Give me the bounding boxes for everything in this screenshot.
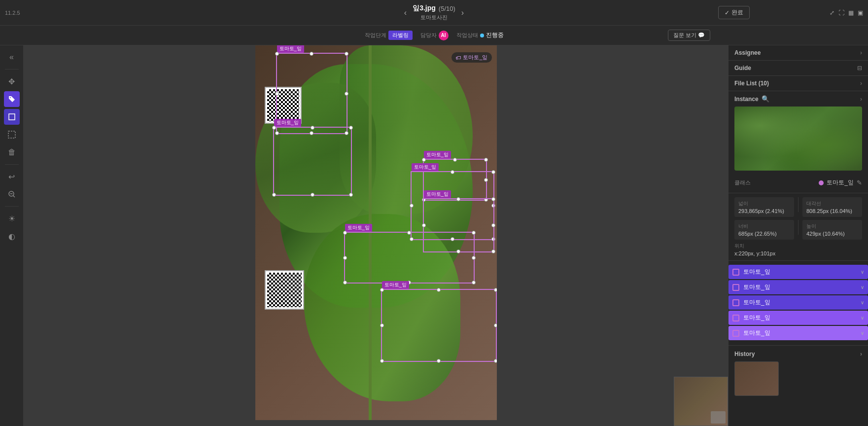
delete-tool-button[interactable]: 🗑 — [4, 144, 20, 160]
instance-item-2[interactable]: 토마토_잎 ∨ — [729, 280, 868, 294]
zoom-out-icon — [8, 190, 16, 198]
instance-name-5: 토마토_잎 — [743, 329, 857, 337]
work-stage-value: 라벨링 — [388, 31, 413, 40]
guide-section: Guide ⊟ — [729, 61, 868, 76]
class-section: 클래스 토마토_잎 ✎ — [729, 178, 868, 193]
stat-width-label: 너비 — [738, 223, 790, 230]
move-tool-button[interactable]: ✥ — [4, 73, 20, 89]
file-list-section: File List (10) › — [729, 76, 868, 91]
panel-icon[interactable]: ▣ — [858, 9, 863, 16]
stat-separator-1 — [798, 197, 799, 212]
sidebar-divider-1 — [5, 69, 19, 70]
bottom-thumbnail[interactable] — [674, 377, 728, 426]
collapse-sidebar-button[interactable]: « — [4, 49, 20, 65]
brightness-button[interactable]: ☀ — [4, 211, 20, 226]
stats-row-1: 넓이 293,865px (2.41%) 대각선 808.25px (16.04… — [734, 197, 862, 217]
position-label: 위치 — [734, 243, 862, 249]
instance-chevron-5: ∨ — [861, 330, 864, 336]
class-value: 토마토_잎 — [827, 178, 854, 187]
instance-item-3[interactable]: 토마토_잎 ∨ — [729, 295, 868, 310]
next-file-button[interactable]: › — [459, 6, 466, 19]
grid-icon[interactable]: ▦ — [848, 9, 854, 16]
assignee-label: 담당자 — [420, 32, 437, 39]
instance-chevron-1: ∨ — [861, 269, 864, 275]
toolbar-row: 작업단계 라벨링 담당자 AI 작업상태 진행중 질문 보기 💬 — [0, 26, 868, 45]
assignee-chevron: › — [860, 49, 862, 56]
instance-chevron-2: ∨ — [861, 284, 864, 290]
stat-height-value: 429px (10.64%) — [806, 231, 858, 237]
instance-icon-1 — [732, 269, 739, 276]
fullscreen-icon[interactable]: ⛶ — [838, 9, 844, 16]
instance-icon-2 — [732, 284, 739, 291]
file-subtitle: 토마토사진 — [413, 14, 455, 21]
stat-diagonal-label: 대각선 — [806, 200, 858, 207]
polygon-tool-button[interactable] — [4, 109, 20, 125]
tag-overlay: 🏷 토마토_잎 — [451, 52, 491, 63]
instance-item-1[interactable]: 토마토_잎 ∨ — [729, 265, 868, 279]
instance-name-4: 토마토_잎 — [743, 314, 857, 322]
instance-title: Instance — [734, 96, 759, 103]
file-name: 잎3.jpg — [413, 4, 436, 13]
work-stage-item: 작업단계 라벨링 — [365, 31, 413, 40]
tag-icon-overlay: 🏷 — [455, 55, 461, 61]
contrast-button[interactable]: ◐ — [4, 228, 20, 244]
history-chevron: › — [860, 351, 862, 357]
file-count: (5/10) — [439, 5, 455, 12]
select-icon — [8, 131, 16, 139]
instance-item-4[interactable]: 토마토_잎 ∨ — [729, 311, 868, 325]
select-tool-button[interactable] — [4, 127, 20, 142]
instance-thumbnail — [734, 106, 862, 171]
top-right-icons: ⤢ ⛶ ▦ ▣ — [830, 9, 863, 16]
assignee-title: Assignee — [734, 49, 761, 56]
guide-filter-icon[interactable]: ⊟ — [857, 65, 862, 71]
file-title-block: 잎3.jpg (5/10) 토마토사진 — [413, 4, 455, 21]
check-icon: ✓ — [725, 9, 729, 16]
canvas-area[interactable]: 토마토_잎 토마토_잎 토마 — [24, 45, 728, 426]
stat-separator-2 — [798, 220, 799, 235]
class-edit-icon[interactable]: ✎ — [857, 179, 862, 186]
stat-area-value: 293,865px (2.41%) — [738, 208, 790, 214]
plant-background — [255, 45, 497, 420]
instance-name-3: 토마토_잎 — [743, 298, 857, 307]
instance-chevron-3: ∨ — [861, 300, 864, 305]
stat-diagonal: 대각선 808.25px (16.04%) — [802, 197, 862, 217]
ai-badge: AI — [439, 31, 449, 40]
instance-search-icon[interactable]: 🔍 — [762, 95, 769, 103]
instance-icon-3 — [732, 299, 739, 306]
assignee-item: 담당자 AI — [420, 31, 449, 40]
sidebar-divider-2 — [5, 164, 19, 165]
instance-header: Instance 🔍 › — [729, 91, 868, 106]
assignee-section: Assignee › — [729, 45, 868, 61]
main-area: « ✥ 🗑 ↩ ☀ ◐ — [0, 45, 868, 426]
zoom-out-button[interactable] — [4, 186, 20, 202]
instance-item-5[interactable]: 토마토_잎 ∨ — [729, 326, 868, 340]
top-bar: 11.2.5 ‹ 잎3.jpg (5/10) 토마토사진 › ✓ 완료 ⤢ ⛶ … — [0, 0, 868, 26]
question-button[interactable]: 질문 보기 💬 — [668, 30, 710, 41]
instance-chevron-4: ∨ — [861, 315, 864, 320]
svg-rect-0 — [9, 114, 15, 120]
prev-file-button[interactable]: ‹ — [402, 6, 409, 19]
stat-diagonal-value: 808.25px (16.04%) — [806, 208, 858, 214]
version-label: 11.2.5 — [5, 10, 20, 16]
stat-area: 넓이 293,865px (2.41%) — [734, 197, 794, 217]
history-thumbnail — [734, 361, 779, 396]
tag-tool-button[interactable] — [4, 91, 20, 107]
polygon-icon — [8, 113, 16, 121]
complete-button[interactable]: ✓ 완료 — [718, 6, 750, 19]
tag-label: 토마토_잎 — [463, 54, 487, 61]
sidebar-divider-3 — [5, 206, 19, 207]
stat-height: 높이 429px (10.64%) — [802, 220, 862, 240]
stat-area-label: 넓이 — [738, 200, 790, 207]
position-row: 위치 x:220px, y:101px — [734, 243, 862, 256]
expand-icon[interactable]: ⤢ — [830, 9, 834, 16]
instance-chevron: › — [860, 96, 862, 103]
class-color-dot — [819, 180, 824, 185]
file-list-title: File List (10) — [734, 80, 769, 87]
toolbar-right: 질문 보기 💬 — [668, 30, 710, 41]
instance-icon-4 — [732, 315, 739, 321]
tag-icon — [8, 95, 16, 103]
instance-name-2: 토마토_잎 — [743, 283, 857, 291]
status-label: 작업상태 — [456, 32, 478, 39]
undo-button[interactable]: ↩ — [4, 169, 20, 184]
history-title: History › — [734, 351, 862, 357]
